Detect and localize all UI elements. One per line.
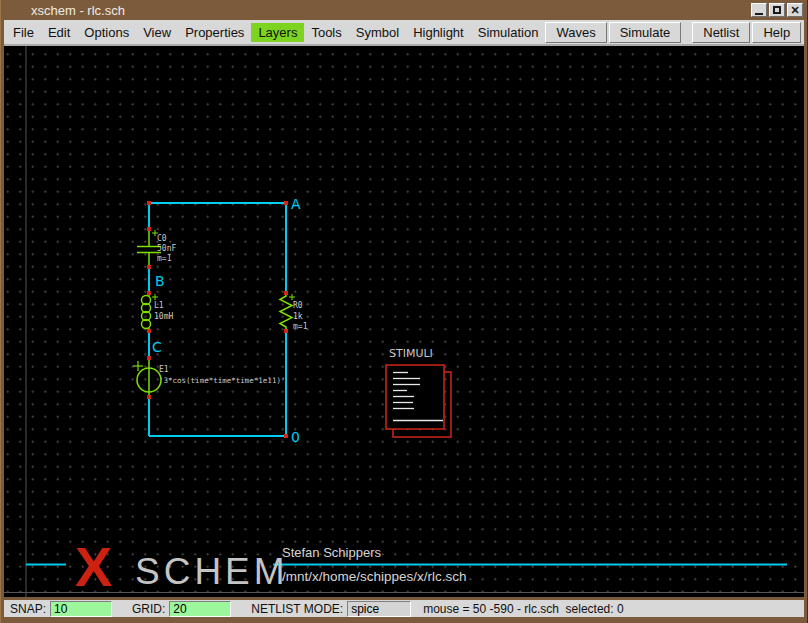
title-bar[interactable]: xschem - rlc.sch ✕ [1, 0, 807, 20]
resistor-r0[interactable]: R0 1k m=1 [280, 293, 308, 331]
capacitor-c0[interactable]: C0 50nF m=1 [137, 229, 176, 267]
schematic-canvas[interactable]: C0 50nF m=1 L1 10mH [4, 46, 804, 597]
node-label-ground[interactable]: 0 [291, 429, 300, 445]
stimuli-element[interactable]: STIMULI [386, 347, 451, 437]
r0-ref: R0 [293, 301, 303, 310]
plus-icon [133, 361, 143, 371]
e1-value: '3*cos(time*time*time*1e11)' [159, 376, 285, 385]
menu-file[interactable]: File [6, 23, 41, 42]
c0-value: 50nF [157, 244, 176, 253]
c0-mult: m=1 [157, 254, 172, 263]
node-labels: A B C 0 [152, 196, 301, 445]
help-button[interactable]: Help [752, 22, 801, 43]
status-bar: SNAP: GRID: NETLIST MODE: mouse = 50 -59… [4, 597, 804, 617]
title-block[interactable]: X SCHEM Stefan Schippers /mnt/x/home/sch… [26, 535, 787, 597]
menu-view[interactable]: View [136, 23, 178, 42]
menu-highlight[interactable]: Highlight [406, 23, 471, 42]
r0-value: 1k [293, 312, 303, 321]
menu-options[interactable]: Options [77, 23, 136, 42]
netlist-button[interactable]: Netlist [692, 22, 750, 43]
schematic-drawing: C0 50nF m=1 L1 10mH [4, 46, 804, 597]
node-label-a[interactable]: A [291, 196, 301, 212]
plus-icon [152, 294, 158, 300]
xschem-window: xschem - rlc.sch ✕ File Edit Options Vie… [0, 0, 808, 623]
grid-label: GRID: [132, 602, 165, 616]
stimuli-label: STIMULI [389, 347, 433, 360]
mouse-status-text: mouse = 50 -590 - rlc.sch selected: 0 [423, 602, 623, 616]
grid-input[interactable] [169, 601, 231, 617]
menu-simulation[interactable]: Simulation [471, 23, 546, 42]
menu-properties[interactable]: Properties [178, 23, 251, 42]
window-controls: ✕ [751, 3, 803, 17]
netlist-mode-label: NETLIST MODE: [251, 602, 343, 616]
node-label-b[interactable]: B [155, 273, 165, 289]
netlist-mode-input[interactable] [347, 601, 411, 617]
close-icon: ✕ [790, 5, 799, 16]
title-block-author: Stefan Schippers [282, 545, 382, 560]
minimize-button[interactable] [751, 3, 767, 17]
l1-value: 10mH [154, 312, 173, 321]
l1-ref: L1 [154, 301, 164, 310]
waves-button[interactable]: Waves [545, 22, 606, 43]
source-e1[interactable]: E1 '3*cos(time*time*time*1e11)' [133, 358, 285, 397]
minimize-icon [755, 13, 763, 15]
inductor-l1[interactable]: L1 10mH [142, 293, 174, 331]
menu-edit[interactable]: Edit [41, 23, 77, 42]
xschem-logo-text: SCHEM [135, 551, 289, 592]
maximize-icon [773, 6, 781, 14]
snap-label: SNAP: [10, 602, 46, 616]
plus-icon [289, 294, 295, 300]
menu-symbol[interactable]: Symbol [349, 23, 406, 42]
r0-mult: m=1 [293, 322, 308, 331]
maximize-button[interactable] [769, 3, 785, 17]
menu-layers[interactable]: Layers [251, 23, 304, 42]
xschem-logo-x: X [75, 535, 112, 597]
menu-tools[interactable]: Tools [304, 23, 348, 42]
menu-bar: File Edit Options View Properties Layers… [4, 20, 804, 46]
main-area: File Edit Options View Properties Layers… [4, 20, 804, 617]
simulate-button[interactable]: Simulate [609, 22, 682, 43]
close-button[interactable]: ✕ [787, 3, 803, 17]
snap-input[interactable] [50, 601, 112, 617]
window-title: xschem - rlc.sch [31, 3, 125, 18]
node-label-c[interactable]: C [152, 339, 162, 355]
c0-ref: C0 [157, 234, 167, 243]
e1-ref: E1 [159, 365, 169, 374]
origin-axes [4, 46, 804, 597]
title-block-path: /mnt/x/home/schippes/x/rlc.sch [282, 569, 467, 584]
